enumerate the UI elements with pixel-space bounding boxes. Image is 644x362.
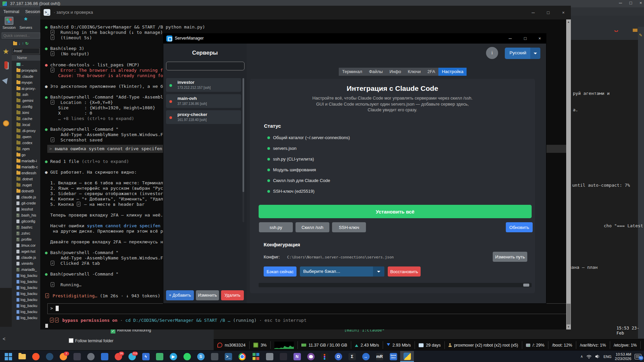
tab-терминал[interactable]: Терминал <box>339 68 366 76</box>
taskbar-icon-notes-app[interactable] <box>153 351 166 362</box>
close-icon[interactable]: × <box>556 6 571 19</box>
file-row[interactable]: .ssh <box>16 92 28 98</box>
taskbar-icon-chrome[interactable] <box>235 351 249 362</box>
taskbar-icon-tor-browser[interactable] <box>70 351 84 362</box>
taskbar-icon-figma[interactable] <box>318 351 331 362</box>
file-row[interactable]: log_backu <box>16 291 37 297</box>
file-row[interactable]: myvpn <box>16 79 32 85</box>
taskbar-icon-opera[interactable]: O <box>331 351 345 362</box>
file-row[interactable]: .bashrc <box>16 224 33 230</box>
file-row[interactable]: log_backu <box>16 273 37 279</box>
minimize-icon[interactable]: ─ <box>504 34 516 44</box>
taskbar-icon-telegram[interactable]: ▶ <box>166 351 180 362</box>
file-row[interactable]: .local <box>16 122 30 128</box>
taskbar-icon-whatsapp[interactable] <box>180 351 194 362</box>
maximize-icon[interactable]: □ <box>520 34 531 44</box>
menu-item-terminal[interactable]: Terminal <box>3 9 19 14</box>
taskbar-icon-notion[interactable]: N <box>290 351 304 362</box>
taskbar-icon-brave-browser[interactable] <box>29 351 43 362</box>
file-row[interactable]: .config <box>16 104 32 110</box>
taskbar-icon-zap-app[interactable]: ϟ <box>139 351 153 362</box>
upload-icon[interactable]: ↑ <box>22 41 24 46</box>
input-language[interactable]: ENG <box>603 355 611 359</box>
file-row[interactable]: .nuget <box>16 182 32 188</box>
quick-button-1[interactable]: ssh.py <box>259 222 293 232</box>
file-row[interactable]: log_backu <box>16 285 37 291</box>
globe-icon[interactable] <box>0 120 12 128</box>
install-all-button[interactable]: Установить всё <box>259 205 532 218</box>
close-icon[interactable]: × <box>534 34 545 44</box>
file-row[interactable]: .claude <box>16 73 33 79</box>
path-field[interactable]: /root/ <box>12 48 40 54</box>
taskbar-icon-remote-desktop[interactable] <box>98 351 111 362</box>
download-icon[interactable]: ↓ <box>18 41 20 46</box>
tab-2fa[interactable]: 2FA <box>424 68 438 76</box>
file-row[interactable]: .dotnet <box>16 176 33 182</box>
refresh-button[interactable]: Обновить <box>506 222 533 232</box>
taskbar-icon-system-monitor[interactable] <box>263 351 276 362</box>
change-path-button[interactable]: Изменить путь <box>493 252 527 262</box>
file-row[interactable]: dotnet9 <box>16 188 34 194</box>
folder-up-icon[interactable] <box>13 42 17 45</box>
minimize-icon[interactable]: ─ <box>526 6 541 19</box>
files-column-header[interactable]: Name <box>12 55 40 61</box>
file-row[interactable]: mariadb-c <box>16 164 38 170</box>
paper-plane-icon[interactable] <box>0 77 12 84</box>
tray-clock[interactable]: 10:53 AM 2/23/2026 <box>615 352 631 361</box>
close-icon[interactable]: × <box>639 0 642 5</box>
file-row[interactable]: .. <box>16 61 23 67</box>
scroll-down-icon[interactable]: ▼ <box>566 324 571 329</box>
taskbar-icon-file-explorer[interactable] <box>15 351 29 362</box>
file-row[interactable]: log_backu <box>16 297 37 303</box>
taskbar-icon-media-player[interactable] <box>84 351 98 362</box>
file-row[interactable]: .qwen <box>16 134 31 140</box>
file-row[interactable]: .npm <box>16 146 30 152</box>
server-list-scrollbar[interactable] <box>243 78 244 222</box>
file-row[interactable]: .mariadb_ <box>16 266 37 273</box>
taskbar-icon-mobaxterm[interactable] <box>249 351 263 362</box>
add-server-button[interactable]: + Добавить <box>166 290 194 300</box>
tray-expand-icon[interactable]: ∧ <box>580 354 583 359</box>
file-row[interactable]: .viminfo <box>16 260 33 266</box>
refresh-icon[interactable]: ↻ <box>25 41 29 46</box>
file-row[interactable]: .kimi <box>16 110 29 116</box>
taskbar-icon-github-desktop[interactable] <box>304 351 318 362</box>
wifi-icon[interactable] <box>586 355 592 359</box>
taskbar-icon-monitor-app[interactable] <box>208 351 221 362</box>
taskbar-icon-anydesk[interactable]: 26 <box>111 351 125 362</box>
speaker-icon[interactable] <box>595 354 600 359</box>
file-row[interactable]: go <box>16 152 25 158</box>
taskbar-icon-edge-browser[interactable]: 715 <box>125 351 139 362</box>
terminal-prompt-box[interactable]: > <box>47 303 567 314</box>
file-row[interactable]: ai-proxy- <box>16 85 36 92</box>
file-row[interactable]: mariadb-i <box>16 158 37 164</box>
taskbar-icon-terminal-app[interactable]: >_ <box>221 351 235 362</box>
taskbar-icon-phone-link[interactable] <box>43 351 56 362</box>
delete-server-button[interactable]: Удалить <box>221 290 244 300</box>
quick-connect-input[interactable] <box>2 33 40 39</box>
scroll-up-icon[interactable]: ▲ <box>566 19 571 24</box>
taskbar-icon-firefox[interactable]: 2 <box>56 351 70 362</box>
taskbar-icon-mremoteng[interactable]: mR <box>373 351 386 362</box>
server-list-item[interactable]: main-ovh37.187.136.86 [ssh] <box>166 94 241 108</box>
scrollbar-thumb[interactable] <box>567 304 571 324</box>
follow-terminal-checkbox[interactable]: Follow terminal folder <box>69 338 113 343</box>
server-search-input[interactable] <box>166 62 245 70</box>
file-row[interactable]: .claude.js <box>16 254 36 260</box>
collapse-arrow[interactable]: < <box>3 336 5 342</box>
menu-item-sessions[interactable]: Sessions <box>25 9 42 14</box>
tools-knife-icon[interactable] <box>0 61 12 70</box>
taskbar-icon-quick-utmo[interactable]: Quick utmo <box>386 351 400 362</box>
file-row[interactable]: .lesshst <box>16 206 33 212</box>
file-row[interactable]: .bash_his <box>16 212 36 218</box>
file-row[interactable]: .wget-hst <box>16 248 36 254</box>
file-row[interactable]: log_backu <box>16 315 37 321</box>
file-row[interactable]: .zshrc <box>16 230 30 236</box>
notification-center-icon[interactable]: 32 <box>635 354 641 359</box>
edit-server-button[interactable]: Изменить <box>196 290 219 300</box>
file-row[interactable]: .di-proxy <box>16 128 36 134</box>
file-row[interactable]: .gitconfig <box>16 218 35 224</box>
file-row[interactable]: log_backu <box>16 279 37 285</box>
quick-button-3[interactable]: SSH-ключ <box>332 222 366 232</box>
horizontal-scrollbar[interactable] <box>259 283 532 287</box>
